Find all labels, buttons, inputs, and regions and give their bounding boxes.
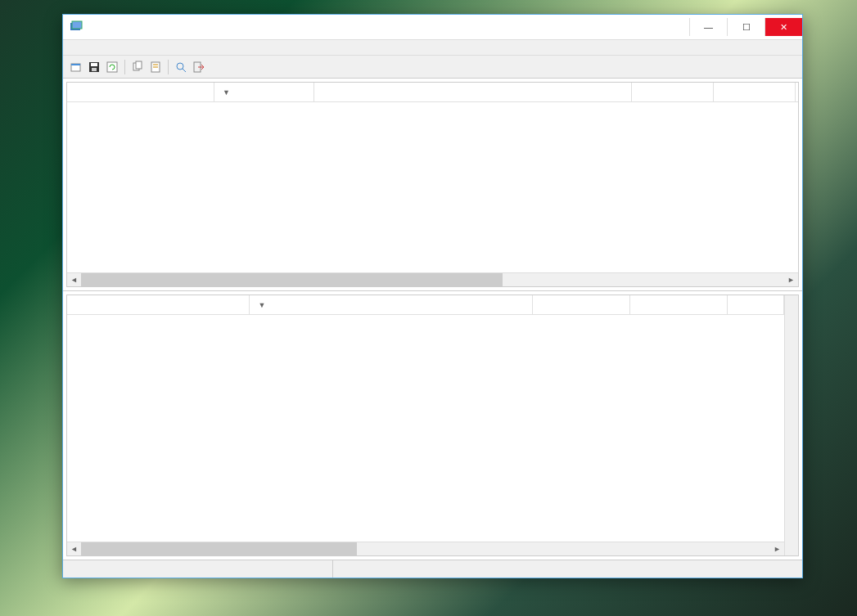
svg-rect-1 bbox=[72, 21, 82, 29]
app-window: — ☐ ✕ ▼ bbox=[62, 14, 803, 578]
statusbar bbox=[63, 560, 802, 578]
menu-settings[interactable] bbox=[106, 46, 119, 49]
toolbar-properties-button[interactable] bbox=[147, 59, 164, 75]
column-bug-check-code[interactable] bbox=[632, 83, 714, 101]
toolbar-separator bbox=[168, 60, 169, 74]
toolbar-refresh-button[interactable] bbox=[104, 59, 120, 75]
close-button[interactable]: ✕ bbox=[765, 18, 802, 36]
scroll-right-icon[interactable]: ► bbox=[770, 542, 784, 555]
scroll-left-icon[interactable]: ◄ bbox=[67, 273, 81, 286]
app-icon bbox=[70, 20, 83, 34]
sort-arrow-icon: ▼ bbox=[258, 301, 265, 309]
toolbar bbox=[63, 56, 802, 79]
column-parameter-1[interactable] bbox=[714, 83, 796, 101]
titlebar[interactable]: — ☐ ✕ bbox=[63, 15, 802, 39]
svg-point-13 bbox=[177, 63, 183, 70]
modules-list-header: ▼ bbox=[67, 295, 784, 315]
dump-list-header: ▼ bbox=[67, 83, 798, 102]
column-size[interactable] bbox=[728, 295, 784, 314]
svg-rect-6 bbox=[92, 68, 97, 71]
column-stack-address[interactable]: ▼ bbox=[250, 295, 533, 314]
svg-rect-7 bbox=[107, 62, 117, 72]
scroll-right-icon[interactable]: ► bbox=[784, 273, 798, 286]
dump-listview[interactable]: ▼ ◄ ► bbox=[66, 82, 799, 287]
scrollbar-thumb[interactable] bbox=[81, 273, 503, 286]
horizontal-scrollbar[interactable]: ◄ ► bbox=[67, 542, 784, 555]
column-filename[interactable] bbox=[67, 295, 250, 314]
scroll-left-icon[interactable]: ◄ bbox=[67, 542, 81, 555]
menu-view[interactable] bbox=[92, 46, 106, 49]
toolbar-separator bbox=[124, 60, 125, 74]
column-dump-file[interactable] bbox=[67, 83, 214, 101]
svg-rect-5 bbox=[91, 63, 97, 66]
column-from-address[interactable] bbox=[533, 295, 630, 314]
scrollbar-thumb[interactable] bbox=[81, 542, 357, 555]
menu-file[interactable] bbox=[66, 46, 79, 49]
toolbar-open-button[interactable] bbox=[68, 59, 84, 75]
vertical-scrollbar[interactable] bbox=[784, 295, 798, 555]
toolbar-copy-button[interactable] bbox=[129, 59, 146, 75]
modules-listview[interactable]: ▼ ◄ ► bbox=[66, 295, 799, 556]
toolbar-exit-button[interactable] bbox=[191, 59, 207, 75]
svg-line-14 bbox=[183, 69, 186, 72]
svg-rect-3 bbox=[71, 64, 80, 65]
menu-edit[interactable] bbox=[79, 46, 92, 49]
sort-arrow-icon: ▼ bbox=[223, 88, 230, 97]
column-crash-time[interactable]: ▼ bbox=[214, 83, 314, 101]
modules-list-panel: ▼ ◄ ► bbox=[63, 291, 802, 560]
toolbar-save-button[interactable] bbox=[86, 59, 102, 75]
maximize-button[interactable]: ☐ bbox=[727, 18, 765, 36]
status-count bbox=[63, 560, 333, 578]
toolbar-find-button[interactable] bbox=[173, 59, 189, 75]
minimize-button[interactable]: — bbox=[689, 18, 727, 36]
menu-help[interactable] bbox=[119, 46, 132, 49]
column-to-address[interactable] bbox=[630, 295, 728, 314]
svg-rect-9 bbox=[136, 61, 142, 69]
dump-list-panel: ▼ ◄ ► bbox=[63, 79, 802, 291]
menubar bbox=[63, 39, 802, 56]
horizontal-scrollbar[interactable]: ◄ ► bbox=[67, 272, 798, 286]
column-bug-check-string[interactable] bbox=[314, 83, 632, 101]
status-credits[interactable] bbox=[333, 560, 802, 578]
